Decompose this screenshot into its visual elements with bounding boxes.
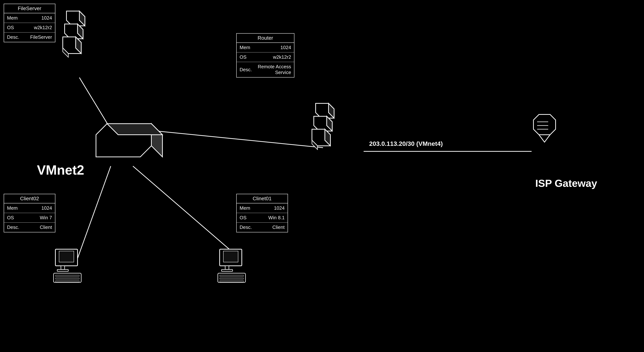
svg-marker-39: [534, 114, 556, 135]
svg-rect-30: [55, 280, 79, 282]
svg-line-3: [133, 166, 240, 258]
isp-gateway-icon: [534, 114, 556, 142]
svg-rect-28: [55, 275, 79, 276]
client02-icon: [54, 249, 81, 282]
fileserver-icon: [63, 11, 85, 57]
svg-line-1: [138, 129, 323, 148]
svg-rect-32: [223, 251, 238, 262]
svg-rect-37: [220, 278, 244, 279]
svg-rect-34: [222, 270, 232, 271]
network-diagram: 203.0.113.20/30 (VMnet4): [0, 0, 644, 352]
svg-rect-24: [59, 251, 74, 262]
svg-rect-26: [57, 270, 68, 271]
svg-line-0: [79, 78, 111, 129]
svg-text:203.0.113.20/30 (VMnet4): 203.0.113.20/30 (VMnet4): [369, 140, 443, 147]
client01-icon: [218, 249, 246, 282]
svg-rect-38: [220, 280, 244, 282]
router-icon: [312, 103, 334, 150]
vmnet2-switch-icon: [96, 124, 162, 157]
svg-rect-25: [61, 266, 64, 270]
svg-marker-40: [539, 135, 550, 142]
svg-rect-36: [220, 275, 244, 276]
svg-line-2: [78, 166, 111, 258]
svg-rect-33: [225, 266, 229, 270]
svg-rect-29: [55, 278, 79, 279]
